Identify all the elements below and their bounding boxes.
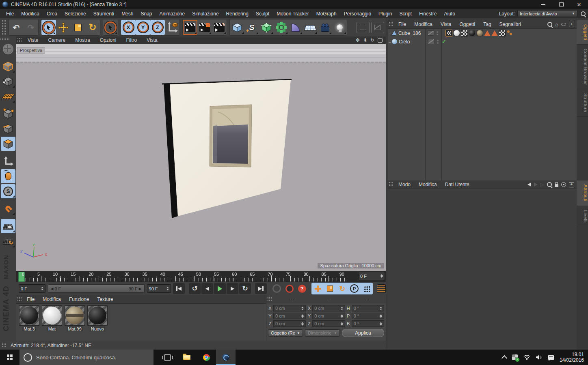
- current-frame-box[interactable]: 0 F: [358, 272, 385, 280]
- menu-item-mograph[interactable]: MoGraph: [313, 11, 340, 17]
- material-item[interactable]: Nuovo: [87, 305, 108, 331]
- material-menu-file[interactable]: File: [23, 296, 39, 302]
- speaker-icon[interactable]: [536, 354, 543, 360]
- menu-item-motion-tracker[interactable]: Motion Tracker: [273, 11, 312, 17]
- edges-mode-button[interactable]: [1, 122, 15, 136]
- close-button[interactable]: ✕: [570, 0, 588, 9]
- viewport-menu-mostra[interactable]: Mostra: [70, 37, 95, 43]
- lock-icon[interactable]: [555, 184, 558, 187]
- material-tag-brown-icon[interactable]: [476, 30, 483, 36]
- menu-item-mesh[interactable]: Mesh: [118, 11, 137, 17]
- om-menu-modifica[interactable]: Modifica: [410, 21, 437, 27]
- keyframe-button[interactable]: [271, 283, 283, 294]
- lock-x-button[interactable]: X: [121, 20, 136, 35]
- selection-tool-button[interactable]: [103, 20, 118, 35]
- menu-item-crea[interactable]: Crea: [43, 11, 61, 17]
- tab-oggetti[interactable]: Oggetti: [577, 20, 588, 45]
- material-item[interactable]: Mat: [41, 305, 63, 331]
- add-cube-button[interactable]: [230, 20, 244, 35]
- loop-button[interactable]: ↻: [239, 283, 251, 294]
- tab-struttura[interactable]: Struttura: [577, 89, 588, 117]
- view-name-label[interactable]: Prospettiva: [17, 47, 45, 54]
- spinner-icon[interactable]: [301, 314, 304, 318]
- dimension-dropdown[interactable]: Dimensione▼: [305, 329, 340, 337]
- material-tag-black-icon[interactable]: [469, 30, 476, 36]
- size-z-input[interactable]: 0 cm: [312, 320, 345, 327]
- viewport-menu-camere[interactable]: Camere: [43, 37, 70, 43]
- action-center-icon[interactable]: [548, 355, 554, 360]
- home-icon[interactable]: ⌂: [555, 22, 558, 27]
- add-floor-button[interactable]: [303, 20, 318, 35]
- forward-icon[interactable]: [534, 182, 538, 187]
- render-settings-button[interactable]: ⚙: [212, 20, 227, 35]
- range-start-box[interactable]: 0 F: [19, 284, 45, 293]
- size-y-input[interactable]: 0 cm: [312, 313, 345, 319]
- texture-mode-button[interactable]: [1, 74, 15, 88]
- add-icon[interactable]: +: [569, 182, 574, 187]
- magnet-snap-button[interactable]: [1, 202, 15, 216]
- wifi-icon[interactable]: [523, 355, 530, 360]
- menu-item-personaggio[interactable]: Personaggio: [340, 11, 375, 17]
- visibility-dots-icon[interactable]: [437, 31, 438, 35]
- spinner-icon[interactable]: [380, 314, 382, 318]
- clock[interactable]: 19.01 14/02/2016: [560, 352, 584, 363]
- task-view-button[interactable]: [158, 350, 177, 365]
- am-menu-modo[interactable]: Modo: [394, 182, 415, 187]
- material-grip[interactable]: [17, 296, 22, 301]
- move-tool-button[interactable]: [56, 20, 71, 35]
- autokey-help-button[interactable]: ?: [296, 283, 308, 294]
- phong-tag-icon[interactable]: [491, 30, 498, 36]
- toolbar-grip[interactable]: [2, 19, 6, 35]
- texture-tag-icon[interactable]: [499, 30, 506, 36]
- spinner-icon[interactable]: [301, 322, 304, 326]
- viewport-solo-button[interactable]: [1, 169, 15, 183]
- snapshot-b-button[interactable]: [371, 22, 384, 33]
- viewport-grip[interactable]: [17, 38, 22, 43]
- go-start-button[interactable]: [173, 283, 185, 294]
- polygons-mode-button[interactable]: [1, 137, 15, 151]
- material-thumbnail[interactable]: [19, 305, 39, 326]
- am-menu-modifica[interactable]: Modifica: [415, 182, 441, 187]
- start-button[interactable]: [0, 350, 19, 365]
- render-picture-viewer-button[interactable]: [197, 20, 212, 35]
- object-row[interactable]: – Cube_186: [388, 29, 577, 37]
- target-icon[interactable]: [561, 182, 566, 187]
- lock-workplane-button[interactable]: [1, 219, 15, 233]
- spinner-icon[interactable]: [380, 307, 382, 310]
- add-array-button[interactable]: [274, 20, 288, 35]
- add-spline-button[interactable]: S: [244, 20, 259, 35]
- rotation-h-input[interactable]: 0 °: [352, 305, 384, 311]
- snap-button[interactable]: S: [1, 184, 15, 198]
- next-frame-button[interactable]: [227, 283, 238, 294]
- add-icon[interactable]: +: [569, 22, 574, 27]
- zoom-view-icon[interactable]: ⬍: [363, 37, 367, 43]
- cinema4d-taskbar-button[interactable]: [216, 350, 236, 365]
- menu-item-plugin[interactable]: Plugin: [375, 11, 396, 17]
- scale-tool-button[interactable]: [71, 20, 85, 35]
- pan-view-icon[interactable]: ✥: [356, 37, 360, 43]
- range-right-arrow-icon[interactable]: ▶: [139, 287, 142, 291]
- menu-item-aiuto[interactable]: Aiuto: [441, 11, 459, 17]
- rotation-b-input[interactable]: 0 °: [352, 320, 384, 327]
- rotation-p-input[interactable]: 0 °: [352, 313, 384, 319]
- search-icon[interactable]: [547, 182, 552, 187]
- object-mode-dropdown[interactable]: Oggetto (Re▼: [268, 329, 303, 337]
- menu-item-finestre[interactable]: Finestre: [415, 11, 440, 17]
- menu-item-snap[interactable]: Snap: [137, 11, 156, 17]
- material-thumbnail[interactable]: [42, 305, 62, 326]
- key-position-button[interactable]: [312, 283, 324, 294]
- frame-range-slider[interactable]: ◀ 0 F 90 F ▶: [48, 284, 145, 293]
- position-x-input[interactable]: 0 cm: [273, 305, 306, 311]
- file-explorer-button[interactable]: [177, 350, 197, 365]
- timeline-track[interactable]: 051015202530354045505560657075808590: [16, 271, 356, 282]
- tree-branch[interactable]: –: [388, 39, 392, 44]
- prev-frame-button[interactable]: [201, 283, 213, 294]
- lock-z-button[interactable]: Z: [150, 20, 165, 35]
- rotate-view-icon[interactable]: ↻: [370, 37, 374, 43]
- menu-item-strumenti[interactable]: Strumenti: [90, 11, 118, 17]
- keyframe-selection-button[interactable]: [377, 284, 386, 293]
- go-end-button[interactable]: [255, 283, 267, 294]
- add-light-button[interactable]: [332, 20, 347, 35]
- menu-item-modifica[interactable]: Modifica: [17, 11, 43, 17]
- viewport-menu-viste[interactable]: Viste: [23, 37, 43, 43]
